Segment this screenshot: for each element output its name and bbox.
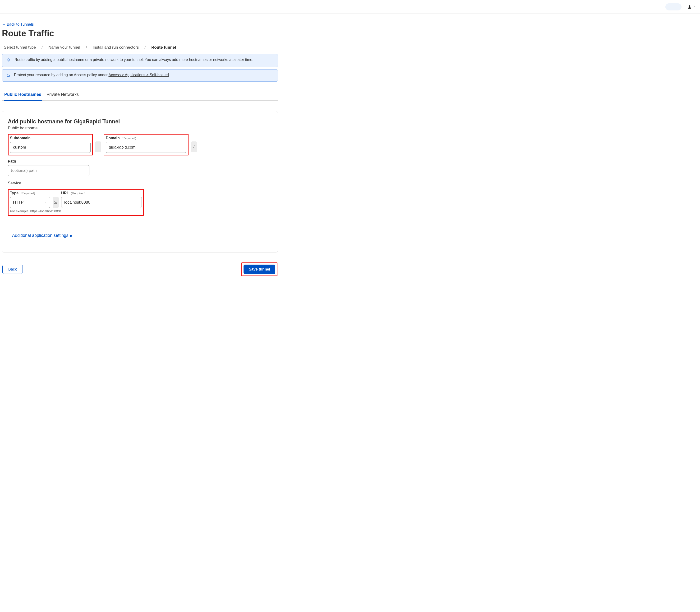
- service-url-input[interactable]: [61, 197, 142, 208]
- service-type-value: HTTP: [13, 200, 24, 205]
- save-highlight: Save tunnel: [241, 262, 277, 276]
- user-icon: [687, 4, 692, 9]
- protocol-joiner: ://: [53, 197, 59, 208]
- public-hostname-section-label: Public hostname: [8, 126, 272, 130]
- subdomain-highlight: Subdomain: [8, 134, 93, 155]
- crumb-route-tunnel: Route tunnel: [151, 45, 176, 50]
- crumb-separator: /: [42, 45, 43, 50]
- save-tunnel-button[interactable]: Save tunnel: [244, 265, 275, 274]
- domain-select[interactable]: giga-rapid.com: [106, 142, 186, 153]
- crumb-select-type[interactable]: Select tunnel type: [4, 45, 36, 50]
- service-helper-text: For example, https://localhost:8001: [10, 209, 142, 213]
- hostname-tabs: Public Hostnames Private Networks: [2, 92, 278, 101]
- route-info-text: Route traffic by adding a public hostnam…: [14, 58, 253, 62]
- domain-label: Domain(Required): [106, 136, 186, 140]
- path-input[interactable]: [8, 165, 89, 176]
- domain-value: giga-rapid.com: [109, 145, 135, 150]
- protect-info-banner: Protect your resource by adding an Acces…: [2, 69, 278, 82]
- top-bar: [0, 0, 700, 14]
- svg-point-1: [8, 59, 10, 61]
- type-label: Type(Required): [10, 191, 50, 195]
- hostname-panel: Add public hostname for GigaRapid Tunnel…: [2, 111, 278, 252]
- protect-info-text: Protect your resource by adding an Acces…: [14, 73, 170, 77]
- domain-highlight: Domain(Required) giga-rapid.com: [104, 134, 188, 155]
- svg-line-3: [7, 59, 8, 59]
- panel-divider: [8, 220, 272, 220]
- slash-joiner: /: [191, 141, 197, 152]
- panel-heading: Add public hostname for GigaRapid Tunnel: [8, 119, 272, 125]
- plan-pill: [666, 3, 682, 11]
- crumb-separator: /: [86, 45, 87, 50]
- route-info-banner: Route traffic by adding a public hostnam…: [2, 54, 278, 67]
- url-label: URL(Required): [61, 191, 142, 195]
- crumb-name-tunnel[interactable]: Name your tunnel: [48, 45, 80, 50]
- service-type-select[interactable]: HTTP: [10, 197, 50, 208]
- svg-line-4: [10, 59, 10, 59]
- lock-icon: [6, 73, 10, 78]
- caret-down-icon: [693, 5, 696, 9]
- lightbulb-icon: [6, 58, 11, 64]
- back-to-tunnels-link[interactable]: ← Back to Tunnels: [2, 22, 34, 27]
- access-applications-link[interactable]: Access > Applications > Self-hosted: [109, 73, 169, 77]
- service-section-label: Service: [8, 181, 272, 185]
- additional-settings-toggle[interactable]: Additional application settings ▶: [12, 233, 73, 238]
- svg-point-0: [689, 5, 690, 7]
- page-title: Route Traffic: [2, 28, 278, 39]
- caret-down-icon: [44, 200, 47, 205]
- caret-down-icon: [181, 145, 183, 150]
- user-menu[interactable]: [687, 4, 696, 9]
- subdomain-input[interactable]: [10, 142, 90, 153]
- footer-buttons: Back Save tunnel: [2, 262, 278, 276]
- svg-rect-7: [7, 75, 9, 76]
- crumb-separator: /: [144, 45, 146, 50]
- breadcrumb: Select tunnel type / Name your tunnel / …: [2, 45, 278, 50]
- path-label: Path: [8, 159, 89, 164]
- subdomain-label: Subdomain: [10, 136, 90, 140]
- dot-joiner: .: [95, 141, 101, 152]
- tab-private-networks[interactable]: Private Networks: [46, 92, 79, 100]
- chevron-right-icon: ▶: [70, 234, 73, 238]
- crumb-install-connectors[interactable]: Install and run connectors: [93, 45, 139, 50]
- back-button[interactable]: Back: [2, 265, 23, 274]
- service-highlight: Type(Required) HTTP :// URL(Required) Fo…: [8, 189, 144, 216]
- tab-public-hostnames[interactable]: Public Hostnames: [4, 92, 42, 101]
